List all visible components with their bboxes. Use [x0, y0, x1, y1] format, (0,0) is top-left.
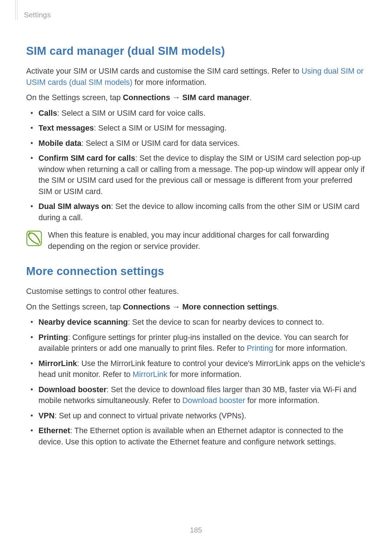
text: for more information. — [132, 78, 207, 87]
note-icon — [26, 230, 42, 246]
bullet-term: Printing — [38, 333, 68, 342]
header-rule — [15, 0, 17, 20]
list-item: Mobile data: Select a SIM or USIM card f… — [26, 138, 366, 149]
note-text: When this feature is enabled, you may in… — [48, 230, 366, 252]
nav-bold: Connections — [123, 303, 170, 311]
bullet-text: : Set the device to scan for nearby devi… — [128, 318, 324, 327]
text: . — [249, 93, 252, 102]
bullet-text: : Select a SIM or USIM card for data ser… — [81, 139, 240, 148]
text: Activate your SIM or USIM cards and cust… — [26, 67, 302, 75]
bullet-term: MirrorLink — [38, 359, 77, 368]
list-item: Confirm SIM card for calls: Set the devi… — [26, 153, 366, 197]
link-printing[interactable]: Printing — [247, 344, 273, 353]
heading-sim-card-manager: SIM card manager (dual SIM models) — [26, 45, 366, 58]
bullet-list-2: Nearby device scanning: Set the device t… — [26, 317, 366, 447]
link-download-booster[interactable]: Download booster — [182, 396, 245, 405]
bullet-term: Confirm SIM card for calls — [38, 154, 135, 163]
nav-bold: More connection settings — [182, 303, 277, 311]
bullet-text: for more information. — [273, 344, 347, 353]
bullet-text: : Select a SIM or USIM card for voice ca… — [57, 109, 205, 118]
bullet-text: : The Ethernet option is available when … — [38, 426, 343, 446]
note-block: When this feature is enabled, you may in… — [26, 230, 366, 252]
text: . — [277, 303, 279, 311]
nav-instruction-1: On the Settings screen, tap Connections … — [26, 92, 366, 103]
arrow-icon: → — [172, 93, 180, 102]
bullet-term: Calls — [38, 109, 57, 118]
intro-paragraph-2: Customise settings to control other feat… — [26, 286, 366, 297]
heading-more-connection-settings: More connection settings — [26, 265, 366, 278]
list-item: VPN: Set up and connect to virtual priva… — [26, 410, 366, 422]
nav-bold: SIM card manager — [182, 93, 249, 102]
bullet-text: : Set up and connect to virtual private … — [54, 411, 246, 420]
bullet-text: : Select a SIM or USIM for messaging. — [94, 124, 227, 132]
bullet-term: Mobile data — [38, 139, 81, 148]
link-mirrorlink[interactable]: MirrorLink — [132, 370, 167, 379]
breadcrumb: Settings — [24, 11, 366, 19]
list-item: MirrorLink: Use the MirrorLink feature t… — [26, 358, 366, 380]
nav-instruction-2: On the Settings screen, tap Connections … — [26, 301, 366, 313]
list-item: Calls: Select a SIM or USIM card for voi… — [26, 108, 366, 119]
list-item: Dual SIM always on: Set the device to al… — [26, 201, 366, 223]
arrow-icon: → — [172, 303, 180, 311]
bullet-term: Ethernet — [38, 426, 70, 435]
bullet-term: Download booster — [38, 385, 107, 394]
bullet-text: for more information. — [245, 396, 319, 405]
bullet-list-1: Calls: Select a SIM or USIM card for voi… — [26, 108, 366, 223]
bullet-term: VPN — [38, 411, 54, 420]
list-item: Nearby device scanning: Set the device t… — [26, 317, 366, 328]
page-content: Settings SIM card manager (dual SIM mode… — [0, 0, 392, 447]
bullet-text: for more information. — [167, 370, 241, 379]
list-item: Download booster: Set the device to down… — [26, 384, 366, 406]
bullet-term: Nearby device scanning — [38, 318, 128, 327]
bullet-term: Dual SIM always on — [38, 202, 111, 211]
intro-paragraph-1: Activate your SIM or USIM cards and cust… — [26, 66, 366, 88]
list-item: Text messages: Select a SIM or USIM for … — [26, 123, 366, 134]
page-number: 185 — [0, 526, 392, 534]
list-item: Printing: Configure settings for printer… — [26, 332, 366, 354]
text: On the Settings screen, tap — [26, 303, 123, 311]
text: On the Settings screen, tap — [26, 93, 123, 102]
bullet-term: Text messages — [38, 124, 94, 132]
nav-bold: Connections — [123, 93, 170, 102]
list-item: Ethernet: The Ethernet option is availab… — [26, 425, 366, 447]
